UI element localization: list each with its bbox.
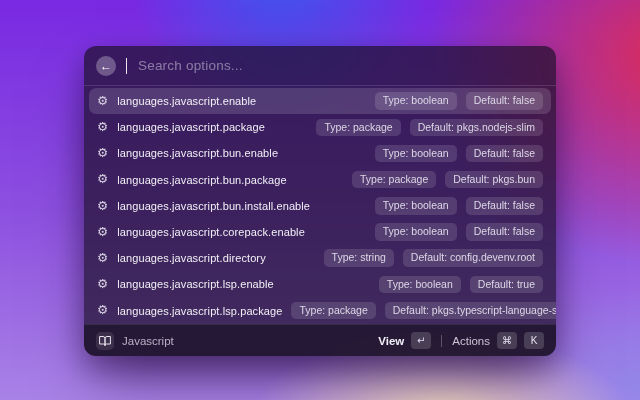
default-badge: Default: pkgs.nodejs-slim <box>410 119 543 137</box>
badges: Type: boolean Default: false <box>375 223 543 241</box>
option-name: languages.javascript.corepack.enable <box>117 226 305 238</box>
badges: Type: boolean Default: false <box>375 92 543 110</box>
search-options-dialog: ← Search options... ⚙ languages.javascri… <box>84 46 556 356</box>
default-badge: Default: false <box>466 197 543 215</box>
option-name: languages.javascript.lsp.enable <box>117 278 274 290</box>
option-row-languages-javascript-corepack-enable[interactable]: ⚙ languages.javascript.corepack.enable T… <box>89 219 551 245</box>
type-badge: Type: boolean <box>375 223 457 241</box>
default-badge: Default: false <box>466 223 543 241</box>
context-label: Javascript <box>122 335 174 347</box>
view-button[interactable]: View <box>378 335 404 347</box>
default-badge: Default: false <box>466 145 543 163</box>
option-name: languages.javascript.lsp.package <box>117 305 282 317</box>
cmd-key-badge: ⌘ <box>497 332 517 349</box>
badges: Type: package Default: pkgs.nodejs-slim <box>316 119 543 137</box>
badges: Type: string Default: config.devenv.root <box>324 249 543 267</box>
option-row-languages-javascript-directory[interactable]: ⚙ languages.javascript.directory Type: s… <box>89 245 551 271</box>
option-name: languages.javascript.bun.install.enable <box>117 200 310 212</box>
options-list: ⚙ languages.javascript.enable Type: bool… <box>84 86 556 324</box>
type-badge: Type: package <box>352 171 436 189</box>
badges: Type: package Default: pkgs.bun <box>352 171 543 189</box>
option-row-languages-javascript-package[interactable]: ⚙ languages.javascript.package Type: pac… <box>89 114 551 140</box>
dialog-footer: Javascript View ↵ Actions ⌘ K <box>84 324 556 356</box>
back-button[interactable]: ← <box>96 56 116 76</box>
option-name: languages.javascript.enable <box>117 95 256 107</box>
actions-button[interactable]: Actions <box>452 335 490 347</box>
option-row-languages-javascript-lsp-package[interactable]: ⚙ languages.javascript.lsp.package Type:… <box>89 298 551 324</box>
footer-divider <box>441 335 442 347</box>
gear-icon: ⚙ <box>97 251 108 264</box>
type-badge: Type: boolean <box>379 276 461 294</box>
type-badge: Type: string <box>324 249 394 267</box>
option-row-languages-javascript-lsp-enable[interactable]: ⚙ languages.javascript.lsp.enable Type: … <box>89 271 551 297</box>
search-input[interactable]: Search options... <box>138 58 243 73</box>
default-badge: Default: config.devenv.root <box>403 249 543 267</box>
option-row-languages-javascript-bun-package[interactable]: ⚙ languages.javascript.bun.package Type:… <box>89 167 551 193</box>
gear-icon: ⚙ <box>97 278 108 291</box>
type-badge: Type: package <box>316 119 400 137</box>
default-badge: Default: false <box>466 92 543 110</box>
gear-icon: ⚙ <box>97 94 108 107</box>
default-badge: Default: pkgs.typescript-language-serve.… <box>385 302 556 320</box>
type-badge: Type: boolean <box>375 145 457 163</box>
option-row-languages-javascript-bun-install-enable[interactable]: ⚙ languages.javascript.bun.install.enabl… <box>89 193 551 219</box>
return-key-badge: ↵ <box>411 332 431 349</box>
badges: Type: boolean Default: false <box>375 197 543 215</box>
badges: Type: boolean Default: false <box>375 145 543 163</box>
badges: Type: boolean Default: true <box>379 276 543 294</box>
option-name: languages.javascript.bun.package <box>117 174 287 186</box>
option-name: languages.javascript.directory <box>117 252 266 264</box>
gear-icon: ⚙ <box>97 304 108 317</box>
type-badge: Type: boolean <box>375 197 457 215</box>
gear-icon: ⚙ <box>97 225 108 238</box>
option-row-languages-javascript-bun-enable[interactable]: ⚙ languages.javascript.bun.enable Type: … <box>89 140 551 166</box>
option-name: languages.javascript.package <box>117 121 265 133</box>
badges: Type: package Default: pkgs.typescript-l… <box>291 302 556 320</box>
option-name: languages.javascript.bun.enable <box>117 147 278 159</box>
book-open-icon <box>96 332 114 350</box>
gear-icon: ⚙ <box>97 173 108 186</box>
option-row-languages-javascript-enable[interactable]: ⚙ languages.javascript.enable Type: bool… <box>89 88 551 114</box>
gear-icon: ⚙ <box>97 121 108 134</box>
footer-actions-group: View ↵ Actions ⌘ K <box>378 332 544 349</box>
gear-icon: ⚙ <box>97 147 108 160</box>
search-bar: ← Search options... <box>84 46 556 86</box>
gear-icon: ⚙ <box>97 199 108 212</box>
arrow-left-icon: ← <box>100 60 112 72</box>
text-cursor <box>126 58 127 74</box>
type-badge: Type: boolean <box>375 92 457 110</box>
default-badge: Default: pkgs.bun <box>445 171 543 189</box>
default-badge: Default: true <box>470 276 543 294</box>
k-key-badge: K <box>524 332 544 349</box>
type-badge: Type: package <box>291 302 375 320</box>
